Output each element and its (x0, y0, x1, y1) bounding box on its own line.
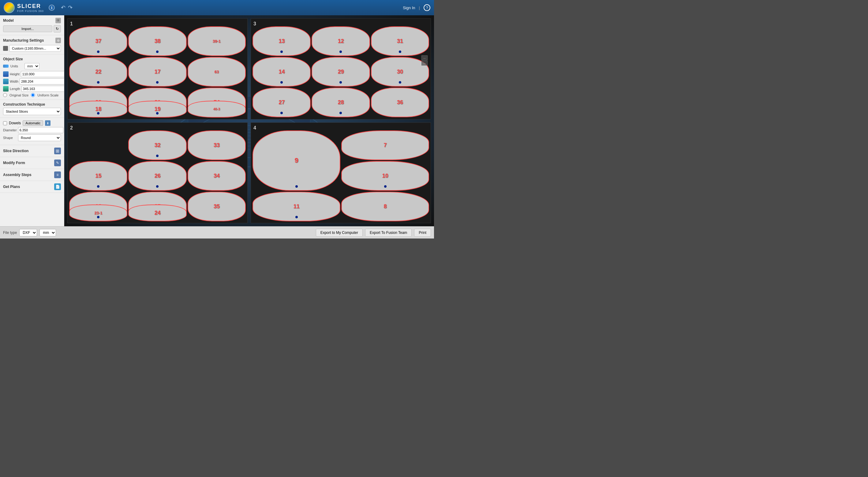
piece-29: 29 (312, 57, 370, 87)
sign-in-link[interactable]: Sign In (403, 5, 415, 10)
units-row: Units mm (3, 63, 61, 69)
original-size-radio[interactable] (3, 93, 7, 97)
piece-32: 32 (128, 130, 186, 160)
header: SLICER FOR FUSION 360 ℹ ↶ ↷ Sign In | ? (0, 0, 434, 15)
units-select[interactable]: mm (25, 63, 39, 69)
piece-34: 34 (188, 161, 246, 191)
piece-9: 9 (252, 130, 340, 191)
piece-11: 11 (252, 192, 340, 221)
gear-icon[interactable]: ⚙ (55, 38, 61, 43)
axis-btn-2[interactable]: — (422, 61, 428, 65)
get-plans-title: Get Plans (3, 185, 20, 189)
eye-icon[interactable]: 👁 (55, 18, 61, 23)
piece-36: 36 (371, 88, 429, 117)
piece-22: 22 (69, 57, 127, 87)
length-label: Length (10, 87, 20, 91)
sheet-panel-4: 4 9 10 7 11 8 (251, 122, 431, 223)
mfg-header: Manufacturing Settings ⚙ (3, 38, 61, 43)
mfg-dropdown-select[interactable]: Custom (1160.00mm... (9, 45, 61, 52)
auto-button[interactable]: Automatic (23, 120, 43, 126)
piece-15: 15 (69, 161, 127, 191)
units-icon (3, 65, 8, 68)
model-row: Import... ↻ (3, 25, 61, 32)
height-input[interactable] (21, 71, 64, 77)
info-icon[interactable]: ℹ (49, 5, 55, 11)
logo-area: SLICER FOR FUSION 360 ℹ (4, 2, 55, 13)
height-row: Height ▲ ▼ (3, 71, 61, 77)
sheet-1-label: 1 (70, 21, 73, 27)
piece-31: 31 (371, 26, 429, 56)
modify-form-title: Modify Form (3, 161, 25, 165)
width-icon (3, 79, 8, 84)
height-icon (3, 71, 8, 77)
piece-7: 7 (341, 130, 429, 160)
diameter-label: Diameter (3, 128, 17, 132)
piece-23-1: 23-1 (69, 205, 127, 221)
piece-18: 18 (69, 101, 127, 118)
shape-label: Shape (3, 136, 17, 140)
sheet-panel-1: 1 37 38 39-1 22 17 63 20 21 54 (67, 18, 248, 119)
help-icon[interactable]: ? (424, 4, 430, 11)
length-input[interactable] (22, 86, 64, 92)
width-label: Width (10, 80, 18, 83)
logo-text: SLICER FOR FUSION 360 (17, 3, 44, 12)
app-title-main: SLICER (17, 3, 44, 9)
shape-row: Shape Round (3, 135, 61, 141)
width-row: Width ▲ ▼ (3, 79, 61, 85)
construction-section: Construction Technique Stacked Slices (0, 100, 64, 118)
piece-37: 37 (69, 26, 127, 56)
mfg-dropdown-row: Custom (1160.00mm... (3, 45, 61, 52)
dowels-icon[interactable]: ⬇ (45, 120, 51, 126)
axis-btn-1[interactable]: — (422, 55, 428, 60)
piece-12: 12 (312, 26, 370, 56)
piece-38: 38 (128, 26, 186, 56)
width-input[interactable] (20, 79, 64, 85)
size-options-row: Original Size Uniform Scale (3, 93, 61, 97)
export-fusion-button[interactable]: Export To Fusion Team (365, 229, 412, 237)
dowels-row: Dowels Automatic ⬇ (3, 120, 61, 126)
dowels-checkbox[interactable] (3, 121, 7, 125)
export-computer-button[interactable]: Export to My Computer (316, 229, 363, 237)
shape-select[interactable]: Round (18, 135, 61, 141)
assembly-steps-title: Assembly Steps (3, 173, 32, 177)
dowels-section: Dowels Automatic ⬇ Diameter ▲ ▼ Shape Ro… (0, 118, 64, 145)
model-section: Model 👁 Import... ↻ (0, 15, 64, 35)
file-type-label: File type (3, 231, 17, 235)
length-row: Length ▲ ▼ (3, 86, 61, 92)
diameter-input[interactable] (18, 127, 63, 133)
piece-26: 26 (128, 161, 186, 191)
technique-select[interactable]: Stacked Slices (3, 108, 61, 115)
sheet-3-content: 13 12 31 14 29 30 27 28 36 (251, 19, 431, 119)
length-icon (3, 86, 8, 92)
canvas-area: 1 37 38 39-1 22 17 63 20 21 54 (64, 15, 434, 226)
model-title: Model (3, 18, 14, 23)
height-label: Height (10, 72, 20, 76)
file-type-select[interactable]: DXF (19, 229, 37, 236)
mfg-settings-title: Manufacturing Settings (3, 38, 44, 42)
piece-40: 40-3 (188, 101, 246, 118)
piece-39: 39-1 (188, 26, 246, 56)
slice-direction-title: Slice Direction (3, 149, 28, 153)
sheet-3-label: 3 (253, 21, 256, 27)
piece-63: 63 (188, 57, 246, 87)
print-button[interactable]: Print (414, 229, 431, 237)
import-button[interactable]: Import... (3, 25, 52, 32)
uniform-scale-radio[interactable] (31, 93, 35, 97)
piece-24: 24 (128, 205, 186, 221)
sheet-1-content: 37 38 39-1 22 17 63 20 21 54 18 19 40-3 (68, 19, 247, 119)
sheet-2-content: 32 33 15 26 34 16 25 35 23-1 24 (68, 123, 247, 223)
slice-direction-section[interactable]: Slice Direction ⊞ (0, 145, 64, 157)
dowels-label: Dowels (9, 121, 21, 125)
piece-19: 19 (128, 101, 186, 118)
diameter-row: Diameter ▲ ▼ (3, 127, 61, 133)
unit-select[interactable]: mm (39, 229, 56, 236)
assembly-steps-section[interactable]: Assembly Steps ≡ (0, 169, 64, 181)
sheets-grid: 1 37 38 39-1 22 17 63 20 21 54 (67, 18, 431, 223)
redo-button[interactable]: ↷ (68, 4, 72, 11)
mfg-settings-section: Manufacturing Settings ⚙ Custom (1160.00… (0, 35, 64, 55)
undo-button[interactable]: ↶ (61, 4, 65, 11)
refresh-button[interactable]: ↻ (54, 25, 61, 32)
modify-form-section[interactable]: Modify Form ✎ (0, 157, 64, 169)
axis-controls: — — (422, 55, 428, 65)
get-plans-section[interactable]: Get Plans 📄 (0, 181, 64, 193)
